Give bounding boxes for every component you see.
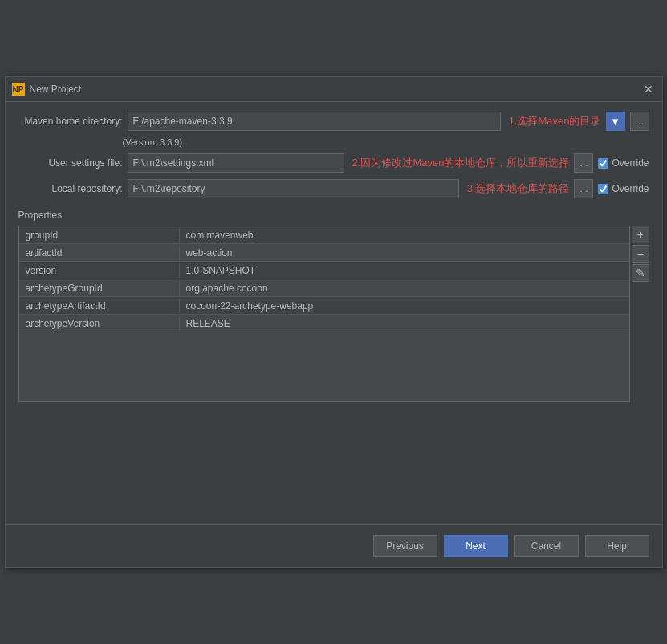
settings-label: User settings file: (18, 157, 123, 169)
new-project-dialog: NP New Project ✕ Maven home directory: 1… (5, 76, 663, 568)
prop-key: archetypeVersion (19, 316, 180, 331)
settings-input[interactable] (128, 153, 344, 173)
properties-section: Properties groupIdcom.mavenwebartifactId… (18, 208, 649, 402)
remove-property-button[interactable]: − (632, 245, 649, 263)
settings-row: User settings file: 2.因为修改过Maven的本地仓库，所以… (18, 153, 649, 173)
prop-key: groupId (19, 228, 180, 243)
prop-key: version (19, 263, 180, 278)
bottom-buttons-area: Previous Next Cancel Help (6, 524, 662, 567)
empty-area (18, 412, 649, 508)
prop-value: web-action (180, 246, 629, 260)
dialog-title: New Project (30, 84, 82, 95)
settings-browse-button[interactable]: … (574, 153, 593, 173)
cancel-button[interactable]: Cancel (514, 535, 579, 557)
table-row[interactable]: archetypeArtifactIdcocoon-22-archetype-w… (19, 297, 629, 315)
prop-key: artifactId (19, 246, 180, 260)
properties-table-wrapper: groupIdcom.mavenwebartifactIdweb-actionv… (18, 226, 649, 402)
table-row[interactable]: groupIdcom.mavenweb (19, 226, 629, 244)
maven-home-label: Maven home directory: (18, 116, 123, 127)
maven-home-input[interactable] (128, 112, 501, 131)
help-button[interactable]: Help (585, 535, 649, 557)
local-repo-row: Local repository: 3.选择本地仓库的路径 … Override (18, 179, 649, 198)
maven-home-browse-button[interactable]: … (630, 112, 649, 131)
prop-value: com.mavenweb (180, 228, 629, 243)
dialog-icon: NP (12, 83, 25, 96)
title-bar: NP New Project ✕ (6, 77, 662, 102)
table-row[interactable]: archetypeVersionRELEASE (19, 315, 629, 332)
maven-home-row: Maven home directory: 1.选择Maven的目录 ▼ … (18, 112, 649, 131)
maven-annotation: 1.选择Maven的目录 (509, 114, 601, 128)
prop-key: archetypeArtifactId (19, 299, 180, 313)
local-repo-input[interactable] (128, 179, 459, 198)
settings-override-label: Override (612, 157, 649, 169)
settings-override-checkbox[interactable] (598, 158, 608, 169)
settings-override-row: Override (598, 157, 649, 169)
table-row[interactable]: version1.0-SNAPSHOT (19, 262, 629, 279)
close-button[interactable]: ✕ (641, 82, 656, 96)
maven-home-dropdown-button[interactable]: ▼ (606, 112, 625, 131)
local-repo-label: Local repository: (18, 183, 123, 194)
prop-value: 1.0-SNAPSHOT (180, 263, 629, 278)
prop-value: cocoon-22-archetype-webapp (180, 299, 629, 313)
previous-button[interactable]: Previous (373, 535, 437, 557)
table-row[interactable]: archetypeGroupIdorg.apache.cocoon (19, 279, 629, 297)
title-bar-left: NP New Project (12, 83, 82, 96)
local-repo-browse-button[interactable]: … (574, 179, 593, 198)
local-repo-annotation: 3.选择本地仓库的路径 (467, 181, 570, 196)
dialog-content: Maven home directory: 1.选择Maven的目录 ▼ … (… (6, 102, 662, 518)
settings-annotation: 2.因为修改过Maven的本地仓库，所以重新选择 (352, 156, 570, 170)
edit-property-button[interactable]: ✎ (632, 264, 649, 282)
table-row[interactable]: artifactIdweb-action (19, 244, 629, 262)
properties-table: groupIdcom.mavenwebartifactIdweb-actionv… (18, 226, 630, 402)
local-repo-override-checkbox[interactable] (598, 184, 608, 194)
properties-title: Properties (18, 208, 649, 222)
local-repo-override-label: Override (612, 183, 649, 194)
local-repo-override-row: Override (598, 183, 649, 194)
table-side-buttons: + − ✎ (632, 226, 649, 402)
prop-value: RELEASE (180, 316, 629, 331)
add-property-button[interactable]: + (632, 226, 649, 243)
version-note: (Version: 3.3.9) (123, 137, 183, 147)
prop-key: archetypeGroupId (19, 281, 180, 296)
version-note-row: (Version: 3.3.9) (18, 137, 649, 147)
next-button[interactable]: Next (444, 535, 508, 557)
prop-value: org.apache.cocoon (180, 281, 629, 296)
